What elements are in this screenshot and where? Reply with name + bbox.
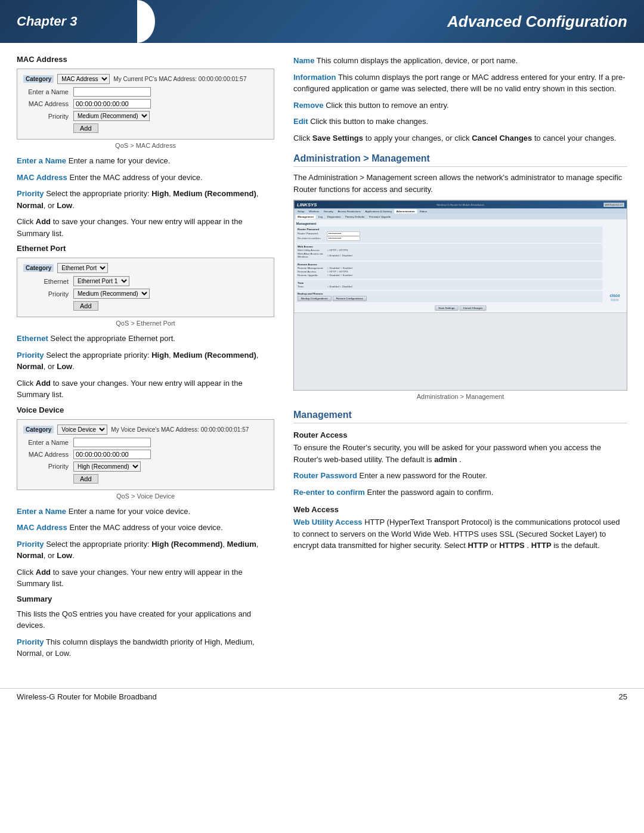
ethernet-port-dropdown[interactable]: Ethernet Port: [57, 263, 108, 273]
priority-para: Priority Select the appropriate priority…: [17, 188, 274, 211]
web-utility-label: Web Utility Access:: [298, 249, 327, 252]
cisco-logo-area: cisco ||||||||: [605, 222, 625, 304]
voice-device-dropdown[interactable]: Voice Device: [57, 425, 107, 435]
remote-access-row: Remote Access: ○ HTTP ○ HTTPS: [298, 270, 601, 273]
admin-intro: The Administration > Management screen a…: [293, 172, 627, 195]
name-para: Name This column displays the applicatio…: [293, 55, 627, 67]
voice-caption: QoS > Voice Device: [17, 493, 274, 500]
eth-category-row: Category Ethernet Port: [23, 263, 268, 273]
mac-address-dropdown[interactable]: MAC Address: [57, 74, 110, 84]
priority-voice-para: Priority Select the appropriate priority…: [17, 538, 274, 562]
add-bold: Add: [36, 217, 51, 226]
router-access-para: To ensure the Router's security, you wil…: [293, 442, 627, 465]
reenter-para: Re-enter to confirm Enter the password a…: [293, 487, 627, 498]
remote-mgmt-row: Remote Management: ○ Disabled ○ Enabled: [298, 267, 601, 270]
router-pw-input[interactable]: [327, 231, 360, 236]
save-settings-bold: Save Settings: [312, 134, 363, 143]
time-ntp-label: Time:: [298, 285, 327, 288]
cancel-changes-btn[interactable]: Cancel Changes: [460, 306, 487, 311]
save-settings-btn[interactable]: Save Settings: [435, 306, 458, 311]
restore-config-btn[interactable]: Restore Configurations: [333, 296, 367, 301]
reenter-row: Re-enter to confirm:: [298, 237, 601, 241]
remote-access-section: Remote Access Remote Management: ○ Disab…: [296, 262, 602, 279]
nav-apps[interactable]: Applications & Gaming: [363, 209, 394, 213]
priority-eth-term: Priority: [17, 351, 44, 360]
enter-name-text: Enter a name for your device.: [69, 156, 171, 165]
nav-admin[interactable]: Administration: [394, 209, 417, 213]
voice-name-input[interactable]: [73, 438, 151, 447]
eth-priority-select[interactable]: Medium (Recommend) High Normal Low: [73, 289, 150, 299]
management-section-title: Management: [293, 410, 627, 423]
mac-address-input[interactable]: [73, 99, 151, 109]
admin-section-title: Administration > Management: [293, 153, 627, 167]
priority-text: Select the appropriate priority:: [46, 189, 151, 198]
mac-address-section-title: MAC Address: [17, 55, 274, 64]
admin-form-area: Management Router Password Router Passwo…: [296, 222, 602, 304]
linksys-header: LINKSYS Wireless G Router for Mobile Bro…: [295, 201, 627, 209]
backup-section: Backup and Restore Backup Configurations…: [296, 291, 602, 302]
mac-address-voice-para: MAC Address Enter the MAC address of you…: [17, 522, 274, 534]
web-access-title: Web Access: [293, 505, 627, 514]
summary-para1: This lists the QoS entries you have crea…: [17, 608, 274, 631]
linksys-model: WRT54GV2.5T: [603, 203, 624, 207]
left-column: MAC Address Category MAC Address My Curr…: [0, 55, 286, 664]
eth-add-button[interactable]: Add: [73, 301, 98, 311]
edit-term: Edit: [293, 117, 308, 126]
subnav-management[interactable]: Management: [296, 215, 315, 219]
eth-caption: QoS > Ethernet Port: [17, 320, 274, 327]
subnav-factory[interactable]: Factory Defaults: [343, 215, 367, 219]
right-column: Name This column displays the applicatio…: [286, 55, 644, 664]
reenter-input[interactable]: [327, 237, 360, 241]
add-voice-para: Click Add to save your changes. Your new…: [17, 566, 274, 590]
voice-add-button[interactable]: Add: [73, 474, 98, 484]
remote-upgrade-value: ○ Disabled ○ Enabled: [327, 274, 602, 277]
remote-mgmt-label: Remote Management:: [298, 267, 327, 270]
summary-section-title: Summary: [17, 594, 274, 603]
enter-name-input[interactable]: [73, 87, 151, 97]
linksys-ui: LINKSYS Wireless G Router for Mobile Bro…: [294, 200, 627, 313]
priority-select[interactable]: Medium (Recommend) High Normal Low: [73, 111, 150, 121]
eth-add-row: Add: [23, 300, 268, 312]
web-utility-term: Web Utility Access: [293, 518, 363, 527]
admin-content-layout: Management Router Password Router Passwo…: [296, 222, 625, 304]
subnav-log[interactable]: Log: [316, 215, 324, 219]
voice-name-row: Enter a Name: [23, 436, 268, 448]
backup-config-btn[interactable]: Backup Configurations: [298, 296, 331, 301]
admin-sub-nav: Management Log Diagnostics Factory Defau…: [295, 214, 627, 219]
mac-address-table: Enter a Name MAC Address Priority Medium…: [23, 86, 268, 134]
content-wrapper: MAC Address Category MAC Address My Curr…: [0, 43, 644, 676]
voice-mac-input[interactable]: [73, 450, 151, 459]
web-access-label: Web Access: [298, 245, 601, 248]
cisco-logo: cisco: [610, 293, 620, 298]
voice-add-row: Add: [23, 473, 268, 485]
priority-eth-para: Priority Select the appropriate priority…: [17, 349, 274, 373]
ethernet-port-select[interactable]: Ethernet Port 1 Ethernet Port 2 Ethernet…: [73, 276, 129, 286]
linksys-ui-mockup: LINKSYS Wireless G Router for Mobile Bro…: [294, 200, 627, 390]
remove-term: Remove: [293, 101, 324, 110]
nav-access[interactable]: Access Restrictions: [336, 209, 363, 213]
subnav-diagnostics[interactable]: Diagnostics: [325, 215, 342, 219]
router-password-row: Router Password:: [298, 231, 601, 236]
footer-product: Wireless-G Router for Mobile Broadband: [17, 692, 157, 701]
mac-address-form: Category MAC Address My Current PC's MAC…: [17, 69, 274, 140]
name-term: Name: [293, 56, 314, 65]
nav-wireless[interactable]: Wireless: [307, 209, 321, 213]
mac-add-button[interactable]: Add: [73, 123, 98, 133]
voice-mac-current: My Voice Device's MAC Address: 00:00:00:…: [111, 426, 249, 433]
ethernet-label-row: Ethernet Ethernet Port 1 Ethernet Port 2…: [23, 275, 268, 287]
priority-medium: Medium (Recommend): [173, 189, 256, 198]
remote-access-type-label: Remote Access:: [298, 270, 327, 273]
nav-status[interactable]: Status: [417, 209, 429, 213]
voice-priority-row: Priority High (Recommend) Medium Normal …: [23, 460, 268, 473]
ethernet-text: Select the appropriate Ethernet port.: [50, 334, 175, 343]
cisco-bars: ||||||||: [611, 298, 619, 301]
ethernet-port-table: Ethernet Ethernet Port 1 Ethernet Port 2…: [23, 275, 268, 312]
nav-security[interactable]: Security: [322, 209, 335, 213]
footer-bar: Wireless-G Router for Mobile Broadband 2…: [0, 688, 644, 705]
web-allow-label: Web Allow Access via Wireless:: [298, 252, 327, 258]
nav-setup[interactable]: Setup: [296, 209, 306, 213]
subnav-firmware[interactable]: Firmware Upgrade: [367, 215, 393, 219]
linksys-product: Wireless G Router for Mobile Broadband: [436, 203, 484, 206]
voice-priority-select[interactable]: High (Recommend) Medium Normal Low: [73, 462, 141, 472]
cancel-changes-bold: Cancel Changes: [472, 134, 532, 143]
